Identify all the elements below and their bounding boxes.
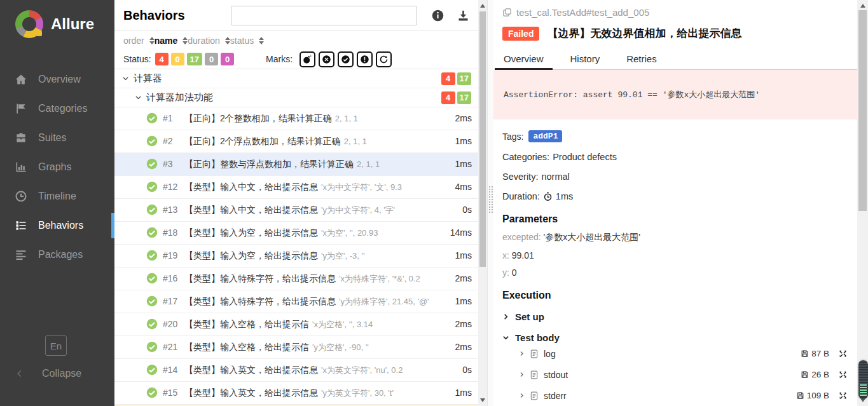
test-row[interactable]: #16 【类型】输入特殊字符，给出提示信息'x为特殊字符', '*&', 0.2… [114, 267, 478, 290]
file-icon [530, 370, 539, 379]
passed-status-icon [146, 112, 158, 124]
collapse-label: Collapse [42, 368, 81, 379]
filter-row: Status: 4 0 17 0 0 Marks: [114, 50, 478, 69]
sort-arrows-icon [259, 37, 264, 44]
detail-scrollbar[interactable] [857, 0, 868, 406]
test-row[interactable]: #2 【正向】2个浮点数相加，结果计算正确2, 1, 1 1ms [114, 130, 478, 153]
expand-attachment-icon[interactable] [839, 370, 847, 379]
test-row[interactable]: #17 【类型】输入特殊字符，给出提示信息'y为特殊字符', 21.45, '@… [114, 290, 478, 313]
tree-scrollbar-thumb[interactable] [479, 11, 486, 267]
sidebar-item-graphs[interactable]: Graphs [0, 152, 114, 182]
test-duration: 2ms [443, 318, 472, 330]
test-row[interactable]: #1 【正向】2个整数相加，结果计算正确2, 1, 1 2ms [114, 107, 478, 130]
chevron-right-icon [502, 313, 509, 320]
test-row[interactable]: #20 【类型】输入空格，给出提示信'x为空格', '', 3.14 2ms [114, 313, 478, 336]
attachment-row[interactable]: log 87 B [519, 343, 847, 364]
sidebar-item-behaviors[interactable]: Behaviors [0, 211, 114, 240]
test-row[interactable]: #14 【类型】输入英文，给出提示信息'x为英文字符', 'nu', 0.2 0… [114, 359, 478, 382]
test-number: #14 [163, 363, 184, 376]
testbody-step-row[interactable]: Test body [502, 332, 857, 343]
sidebar-item-overview[interactable]: Overview [0, 65, 114, 94]
test-row[interactable]: #18 【类型】输入为空，给出提示信息'x为空', '', 20.93 14ms [114, 222, 478, 245]
flag-icon [14, 102, 28, 116]
passed-count-badge: 17 [457, 91, 471, 104]
setup-step-row[interactable]: Set up [502, 311, 857, 322]
test-row[interactable]: #19 【类型】输入为空，给出提示信息'y为空', -3, '' 1ms [114, 245, 478, 267]
attachment-row[interactable]: stderr 109 B [519, 385, 847, 406]
expand-attachment-icon[interactable] [839, 349, 847, 358]
failed-mark-button[interactable] [319, 51, 334, 67]
tree-panel-header: Behaviors [114, 0, 478, 31]
parameters-title: Parameters [502, 213, 857, 225]
tree-group-row[interactable]: 计算器 4 17 [114, 69, 478, 88]
sort-column[interactable]: status [230, 36, 264, 46]
sort-column[interactable]: order [123, 36, 155, 46]
expand-attachment-icon[interactable] [839, 391, 847, 400]
test-number: #2 [163, 135, 184, 147]
flaky-mark-button[interactable] [300, 51, 315, 67]
sidebar-item-label: Graphs [38, 161, 71, 173]
status-label: Status: [123, 54, 151, 64]
test-duration: 1ms [443, 295, 472, 308]
important-mark-button[interactable] [357, 51, 373, 67]
sidebar-item-packages[interactable]: Packages [0, 240, 114, 269]
test-duration: 2ms [443, 341, 472, 353]
save-size-icon [801, 349, 809, 358]
status-filter-badge[interactable]: 0 [171, 53, 184, 65]
sort-arrows-icon [149, 37, 155, 44]
status-filter-badge[interactable]: 0 [221, 53, 234, 65]
test-row[interactable]: #15 【类型】输入英文，给出提示信息'y为英文字符', 30, 't' 1ms [114, 382, 478, 405]
test-name: 【正向】整数与浮点数相加，结果计算正确 [184, 159, 354, 169]
sidebar-item-suites[interactable]: Suites [0, 123, 114, 152]
attachment-row[interactable]: stdout 26 B [519, 364, 847, 385]
test-duration: 1ms [443, 386, 472, 399]
collapse-button[interactable]: Collapse [15, 368, 81, 379]
passed-mark-button[interactable] [338, 51, 354, 67]
test-row[interactable]: #12 【类型】输入中文，给出提示信息'x为中文字符', '文', 9.3 4m… [114, 176, 478, 199]
tree-scrollbar[interactable] [478, 0, 487, 406]
test-name: 【类型】输入空格，给出提示信 [184, 319, 309, 329]
scroll-minimap-widget[interactable] [858, 360, 868, 399]
sidebar-item-categories[interactable]: Categories [0, 94, 114, 123]
error-message-box[interactable]: AssertionError: assert 99.01 == '参数x大小超出… [493, 70, 857, 119]
status-filter-badge[interactable]: 17 [187, 53, 202, 65]
info-button[interactable] [431, 9, 444, 22]
brand: Allure [0, 0, 114, 47]
test-number: #1 [163, 112, 184, 125]
error-message: AssertionError: assert 99.01 == '参数x大小超出… [504, 90, 760, 100]
search-input[interactable] [231, 6, 417, 25]
tag-badge[interactable]: addP1 [528, 130, 562, 142]
sort-column[interactable]: name [155, 36, 188, 46]
test-number: #21 [163, 341, 184, 353]
passed-status-icon [146, 273, 158, 284]
test-params: 2, 1, 1 [357, 159, 380, 169]
language-button[interactable]: En [45, 335, 67, 356]
passed-status-icon [146, 341, 158, 353]
test-params: 2, 1, 1 [344, 137, 367, 146]
detail-tab[interactable]: Retries [625, 50, 658, 69]
retry-mark-button[interactable] [376, 51, 392, 67]
detail-tab[interactable]: Overview [502, 50, 545, 69]
panel-splitter[interactable] [487, 0, 493, 406]
copy-fullname-icon[interactable] [502, 8, 512, 17]
tree-group-row[interactable]: 计算器加法功能 4 17 [114, 88, 478, 107]
sort-column[interactable]: duration [188, 36, 230, 46]
status-filter-badge[interactable]: 0 [205, 53, 218, 65]
file-icon [530, 349, 539, 358]
align-left-icon [14, 248, 28, 262]
status-filter-badge[interactable]: 4 [155, 53, 169, 65]
test-row[interactable]: #3 【正向】整数与浮点数相加，结果计算正确2, 1, 1 1ms [114, 153, 478, 176]
test-duration: 14ms [443, 226, 472, 239]
test-row[interactable]: #21 【类型】输入空格，给出提示信'y为空格', -90, '' 2ms [114, 336, 478, 359]
detail-scrollbar-thumb[interactable] [858, 10, 867, 211]
test-row[interactable]: #13 【类型】输入中文，给出提示信息'y为中文字符', 4, '字' 0s [114, 199, 478, 222]
download-button[interactable] [457, 9, 470, 22]
sidebar-item-timeline[interactable]: Timeline [0, 182, 114, 211]
chevron-right-icon [519, 372, 525, 377]
detail-tab[interactable]: History [569, 50, 602, 69]
group-label: 计算器 [134, 72, 441, 85]
group-label: 计算器加法功能 [146, 91, 441, 104]
behaviors-tree: 计算器 4 17 计算器加法功能 4 17 [114, 69, 478, 406]
severity-value: normal [541, 172, 569, 182]
save-size-icon [801, 370, 809, 379]
